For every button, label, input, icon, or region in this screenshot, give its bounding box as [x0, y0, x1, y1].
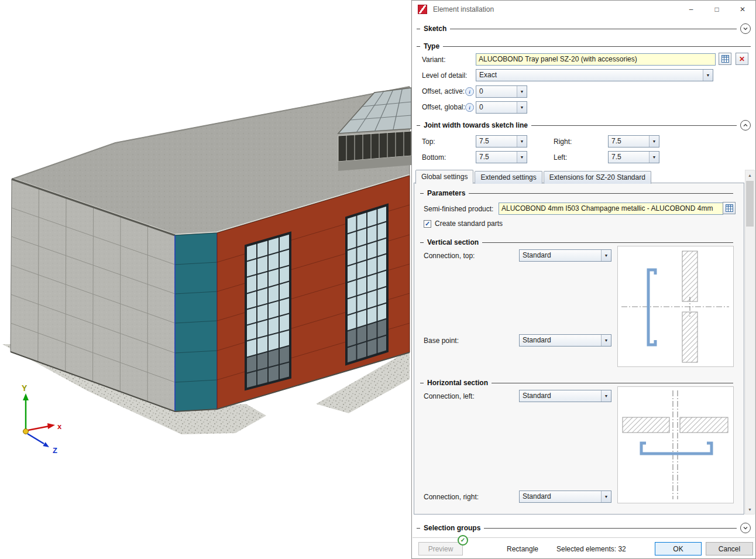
joint-collapse-button[interactable] [740, 120, 751, 131]
3d-viewport[interactable]: Y x Z [0, 0, 411, 559]
joint-bottom-value: 7.5 [476, 152, 517, 163]
close-button[interactable]: ✕ [730, 1, 755, 18]
joint-bottom-label: Bottom: [422, 153, 446, 162]
y-axis-arrow [23, 393, 29, 400]
selected-elements-count: Selected elements: 32 [556, 545, 626, 553]
info-icon[interactable]: i [465, 103, 474, 112]
base-point-label: Base point: [424, 337, 459, 345]
create-standard-parts-checkbox[interactable]: ✓ [424, 220, 431, 228]
chevron-down-icon: ▼ [517, 102, 527, 113]
tab-extended-settings[interactable]: Extended settings [475, 171, 542, 184]
check-icon: ✓ [425, 220, 430, 227]
connection-right-select[interactable]: Standard ▼ [519, 491, 611, 503]
axis-origin [23, 429, 29, 434]
type-group-label: Type [424, 42, 439, 50]
tray-profile-horizontal [641, 443, 712, 454]
sketch-expand-button[interactable] [740, 23, 751, 34]
remove-x-icon: ✕ [739, 55, 745, 63]
element-installation-dialog: Element installation – □ ✕ Sketch Type V… [411, 0, 756, 559]
joint-left-value: 7.5 [609, 152, 649, 163]
variant-field[interactable]: ALUCOBOND Tray panel SZ-20 (with accesso… [476, 53, 716, 66]
offset-active-value: 0 [476, 86, 517, 97]
offset-global-select[interactable]: 0 ▼ [476, 101, 527, 114]
level-of-detail-label: Level of detail: [422, 71, 467, 80]
app-icon [418, 5, 427, 14]
preview-button[interactable]: Preview [418, 542, 463, 555]
variant-label: Variant: [422, 56, 445, 64]
preview-status-check-icon: ✓ [458, 535, 468, 546]
chevron-down-icon: ▼ [517, 86, 527, 97]
ok-button[interactable]: OK [655, 542, 702, 555]
chevron-up-icon [742, 122, 749, 129]
joint-top-label: Top: [422, 138, 435, 146]
chevron-down-icon [742, 524, 749, 531]
semi-finished-product-label: Semi-finished product: [424, 205, 493, 213]
chevron-down-icon: ▼ [601, 390, 611, 402]
info-icon[interactable]: i [465, 87, 474, 96]
joint-group-label: Joint width towards sketch line [424, 121, 528, 129]
offset-global-label: Offset, global: [422, 103, 465, 111]
chevron-down-icon: ▼ [517, 136, 527, 147]
selection-groups-label: Selection groups [424, 524, 480, 532]
building-teal-corner [175, 233, 217, 411]
connection-left-value: Standard [520, 390, 601, 402]
vertical-section-group-label: Vertical section [427, 238, 479, 246]
offset-active-select[interactable]: 0 ▼ [476, 85, 527, 98]
catalog-table-icon [726, 204, 733, 212]
joint-right-select[interactable]: 7.5 ▼ [608, 135, 659, 148]
connection-top-select[interactable]: Standard ▼ [519, 249, 611, 262]
base-point-value: Standard [520, 335, 601, 346]
chevron-down-icon: ▼ [649, 152, 659, 163]
tab-global-settings[interactable]: Global settings [415, 170, 473, 184]
semi-finished-product-field[interactable]: ALUCOBOND 4mm I503 Champagne metallic - … [499, 203, 723, 215]
sketch-group-header: Sketch [417, 24, 751, 33]
chevron-down-icon: ▼ [703, 70, 713, 81]
joint-top-select[interactable]: 7.5 ▼ [476, 135, 527, 148]
connection-left-select[interactable]: Standard ▼ [519, 390, 611, 402]
connection-right-value: Standard [520, 491, 601, 502]
type-group-header: Type [417, 42, 751, 51]
variant-catalog-button[interactable] [719, 53, 731, 65]
scrollbar-thumb[interactable] [746, 181, 754, 227]
connection-right-label: Connection, right: [424, 493, 479, 501]
minimize-button[interactable]: – [678, 1, 704, 18]
joint-bottom-select[interactable]: 7.5 ▼ [476, 151, 527, 163]
window-grid-2 [346, 205, 387, 364]
joint-group-header: Joint width towards sketch line [417, 121, 751, 130]
selection-groups-expand-button[interactable] [740, 523, 751, 533]
maximize-button[interactable]: □ [704, 1, 730, 18]
chevron-down-icon: ▼ [601, 250, 611, 261]
connection-left-label: Connection, left: [424, 392, 475, 400]
product-catalog-button[interactable] [723, 202, 736, 214]
variant-remove-button[interactable]: ✕ [736, 53, 748, 65]
tab-extensions-sz20[interactable]: Extensions for SZ-20 Standard [544, 171, 651, 184]
scroll-down-button[interactable]: ▼ [745, 505, 754, 514]
window-grid-1 [246, 233, 290, 389]
chevron-down-icon [742, 25, 749, 32]
vertical-section-preview [617, 246, 734, 367]
chevron-down-icon: ▼ [517, 152, 527, 163]
connection-top-label: Connection, top: [424, 252, 475, 260]
catalog-table-icon [721, 55, 729, 63]
base-point-select[interactable]: Standard ▼ [519, 334, 611, 347]
scroll-up-button[interactable]: ▲ [745, 170, 754, 180]
sketch-group-label: Sketch [424, 25, 446, 33]
cancel-button[interactable]: Cancel [706, 542, 753, 555]
level-of-detail-value: Exact [476, 70, 703, 81]
cancel-button-label: Cancel [719, 545, 740, 553]
parameters-group-label: Parameters [427, 189, 465, 197]
chevron-down-icon: ▼ [601, 335, 611, 346]
level-of-detail-select[interactable]: Exact ▼ [476, 69, 713, 81]
offset-active-label: Offset, active: [422, 87, 465, 95]
preview-button-label: Preview [428, 545, 453, 553]
z-axis-label: Z [53, 446, 57, 455]
vertical-section-drawing [618, 246, 733, 366]
selection-mode-text: Rectangle [507, 545, 538, 553]
dialog-title: Element installation [433, 1, 494, 18]
dialog-titlebar[interactable]: Element installation – □ ✕ [412, 1, 755, 18]
building-render: Y x Z [0, 0, 411, 559]
joint-top-value: 7.5 [476, 136, 517, 147]
panel-scrollbar[interactable]: ▲ ▼ [745, 170, 755, 515]
joint-left-select[interactable]: 7.5 ▼ [608, 151, 659, 163]
x-axis-arrow [47, 423, 55, 429]
